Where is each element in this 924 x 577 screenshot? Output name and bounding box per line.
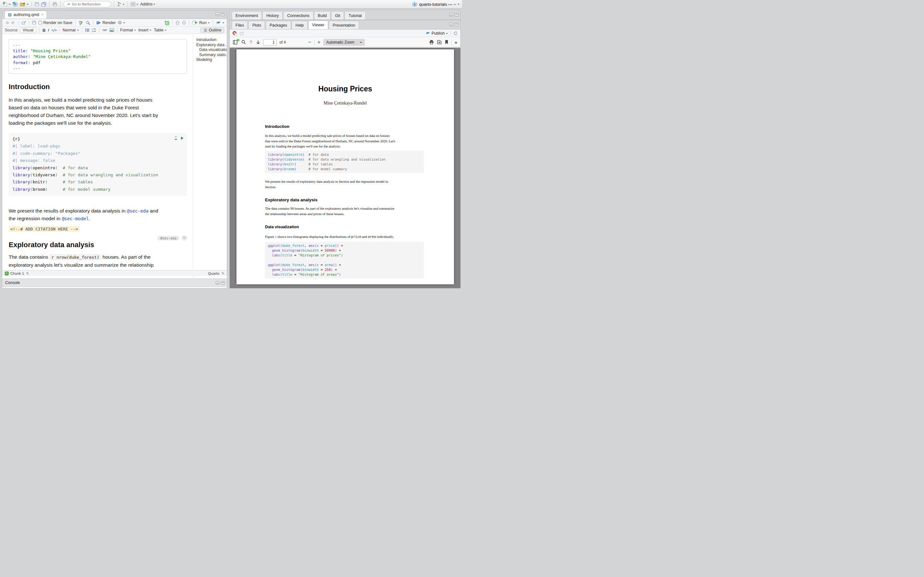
pdf-scroll-area[interactable]: Housing Prices Mine Çetinkaya-Rundel Int…: [230, 48, 460, 288]
run-next-icon[interactable]: [182, 21, 186, 25]
yaml-metadata-block[interactable]: --- title: "Housing Prices" author: "Min…: [9, 39, 187, 74]
code-button[interactable]: </>: [51, 28, 57, 32]
save-doc-icon[interactable]: [32, 21, 36, 25]
pdf-bookmark-icon[interactable]: [445, 40, 449, 45]
minimize-console-icon[interactable]: [216, 281, 220, 285]
pdf-search-icon[interactable]: [241, 40, 246, 45]
minimize-pane-icon[interactable]: [449, 23, 453, 26]
goto-file-search[interactable]: [63, 1, 111, 7]
save-button[interactable]: [35, 2, 39, 6]
maximize-console-icon[interactable]: [221, 281, 225, 285]
pdf-sidebar-toggle[interactable]: [233, 40, 238, 45]
pane-layout-button[interactable]: [131, 2, 138, 6]
outline-item-summary-statistics[interactable]: Summary statis…: [196, 53, 227, 58]
console-header[interactable]: Console: [2, 279, 227, 287]
render-on-save-toggle[interactable]: Render on Save: [39, 21, 72, 25]
rerun-button[interactable]: [216, 21, 224, 25]
forward-icon[interactable]: [11, 21, 15, 25]
tab-connections[interactable]: Connections: [283, 11, 313, 19]
tab-help[interactable]: Help: [292, 21, 308, 29]
pdf-print-icon[interactable]: [429, 40, 434, 45]
bold-button[interactable]: B: [42, 28, 45, 33]
numbered-list-icon[interactable]: 12: [92, 28, 96, 32]
tab-packages[interactable]: Packages: [266, 21, 291, 29]
goto-file-input[interactable]: [72, 2, 108, 6]
run-button[interactable]: Run: [192, 21, 210, 25]
addins-menu[interactable]: Addins: [140, 2, 155, 6]
tab-viewer[interactable]: Viewer: [309, 21, 328, 29]
pdf-next-page-icon[interactable]: [256, 40, 260, 45]
save-all-button[interactable]: [41, 2, 46, 7]
citation-comment[interactable]: <!--# ADD CITATION HERE -->: [9, 226, 79, 232]
project-name: quarto-tutorials — ~: [419, 2, 456, 7]
maximize-pane-icon[interactable]: [455, 13, 459, 16]
open-file-button[interactable]: [20, 2, 29, 7]
project-menu[interactable]: R quarto-tutorials — ~: [412, 2, 459, 7]
chunk-nav-selector[interactable]: Chunk 1 ⇅: [10, 271, 29, 276]
italic-button[interactable]: I: [48, 27, 49, 33]
tab-environment[interactable]: Environment: [232, 11, 262, 19]
print-button[interactable]: [52, 2, 57, 7]
outline-item-introduction[interactable]: Introduction: [196, 37, 227, 43]
pdf-prev-page-icon[interactable]: [249, 40, 253, 45]
outline-item-modeling[interactable]: Modeling: [196, 57, 227, 63]
viewer-popout-icon[interactable]: [240, 31, 244, 35]
tab-files[interactable]: Files: [232, 21, 248, 29]
doc-mode-selector[interactable]: Quarto ⇅: [208, 271, 224, 276]
refresh-viewer-icon[interactable]: [453, 31, 458, 35]
section-options-button[interactable]: •••: [182, 235, 187, 241]
code-chunk-load-pkgs[interactable]: {r} #| label: load-pkgs #| code-summary:…: [9, 133, 187, 196]
tab-build[interactable]: Build: [314, 11, 331, 19]
new-file-button[interactable]: [3, 2, 11, 7]
version-control-button[interactable]: [117, 2, 124, 7]
spellcheck-icon[interactable]: ABC: [78, 20, 83, 25]
stop-viewer-icon[interactable]: [232, 31, 237, 35]
insert-menu[interactable]: Insert: [138, 28, 152, 32]
close-tab-icon[interactable]: ×: [41, 13, 44, 17]
tab-git[interactable]: Git: [331, 11, 344, 19]
outline-toggle-button[interactable]: Outline: [200, 27, 224, 33]
bullet-list-icon[interactable]: [85, 28, 89, 32]
tab-plots[interactable]: Plots: [248, 21, 265, 29]
run-chunks-above-icon[interactable]: [174, 136, 178, 140]
zoom-out-button[interactable]: −: [308, 39, 311, 45]
yaml-line: ---: [13, 42, 183, 48]
insert-chunk-button[interactable]: C: [164, 20, 170, 25]
editor-canvas[interactable]: --- title: "Housing Prices" author: "Min…: [2, 35, 227, 281]
editor-tab-authoring[interactable]: authoring.qmd ×: [5, 11, 47, 19]
zoom-in-button[interactable]: +: [317, 39, 320, 45]
render-on-save-checkbox[interactable]: [39, 21, 42, 24]
source-mode-button[interactable]: Source: [5, 28, 18, 32]
image-icon[interactable]: [110, 28, 114, 32]
pdf-download-icon[interactable]: [437, 40, 442, 45]
tab-tutorial[interactable]: Tutorial: [344, 11, 365, 19]
render-button[interactable]: Render: [96, 21, 115, 25]
pdf-page-input[interactable]: [263, 39, 276, 45]
back-icon[interactable]: [5, 21, 9, 25]
maximize-pane-icon[interactable]: [221, 13, 225, 16]
maximize-pane-icon[interactable]: [455, 23, 459, 26]
new-project-button[interactable]: R: [13, 2, 18, 7]
run-chunk-icon[interactable]: [181, 136, 184, 140]
minimize-pane-icon[interactable]: [216, 13, 220, 16]
minimize-pane-icon[interactable]: [449, 13, 453, 16]
render-options-button[interactable]: [118, 21, 125, 25]
link-icon[interactable]: [102, 28, 107, 32]
quarto-file-icon: [8, 13, 12, 17]
run-previous-icon[interactable]: [176, 21, 180, 25]
table-menu[interactable]: Table: [153, 28, 166, 32]
tab-history[interactable]: History: [262, 11, 283, 19]
popout-icon[interactable]: [21, 21, 26, 25]
chunk-actions: [174, 136, 184, 140]
visual-mode-button[interactable]: Visual: [20, 27, 37, 33]
outline-item-data-visualization[interactable]: Data visualization: [196, 47, 227, 53]
zoom-level-select[interactable]: Automatic Zoom: [323, 39, 365, 46]
find-icon[interactable]: [86, 21, 90, 25]
publish-button[interactable]: Publish: [425, 31, 448, 35]
tab-presentation[interactable]: Presentation: [329, 21, 359, 29]
svg-text:ABC: ABC: [79, 21, 83, 23]
outline-item-eda[interactable]: Exploratory data …: [196, 43, 227, 48]
pdf-more-tools-button[interactable]: »: [455, 39, 457, 45]
format-menu[interactable]: Format: [120, 28, 136, 32]
paragraph-style-select[interactable]: Normal: [63, 28, 79, 32]
